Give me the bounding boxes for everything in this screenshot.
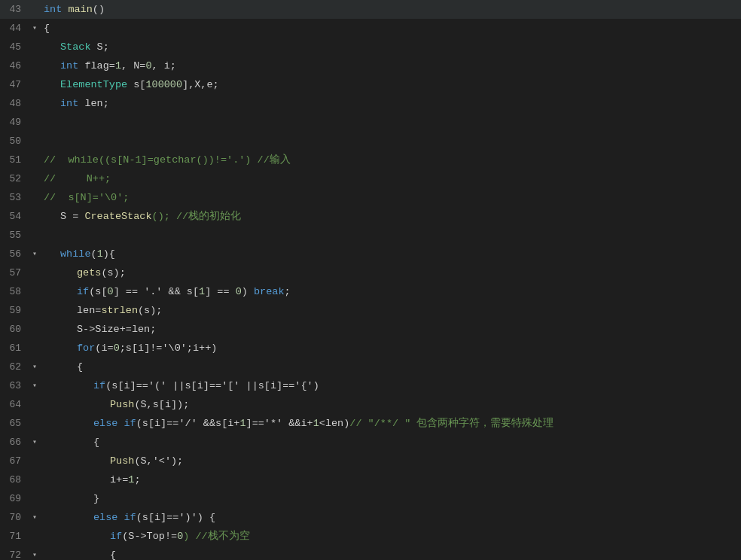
token-num: 0: [108, 286, 114, 297]
token-num: 1: [239, 418, 245, 429]
token-plain: (i=: [95, 342, 113, 354]
token-fn: gets: [77, 267, 101, 278]
line-number: 52: [0, 169, 29, 188]
code-line: 66▾{: [0, 433, 741, 452]
token-num: 1: [313, 418, 319, 429]
fold-arrow: [29, 226, 41, 245]
line-number: 58: [0, 282, 29, 301]
fold-arrow: [29, 489, 41, 508]
fold-arrow: [29, 151, 41, 169]
code-line: 69 }: [0, 489, 741, 508]
token-plain: {: [110, 549, 116, 560]
code-line: 64 Push(S,s[i]);: [0, 395, 741, 414]
token-plain: S =: [60, 211, 84, 222]
fold-arrow: [29, 113, 41, 132]
line-number: 46: [0, 56, 29, 75]
token-plain: ){: [103, 248, 115, 260]
token-plain: (s[: [89, 286, 107, 297]
code-content: while(1){: [41, 245, 741, 263]
code-line: 68 i+=1;: [0, 470, 741, 489]
fold-arrow[interactable]: ▾: [29, 19, 41, 38]
token-kw: for: [77, 342, 95, 354]
line-number: 59: [0, 301, 29, 320]
fold-arrow: [29, 282, 41, 301]
token-plain: ;: [285, 286, 291, 297]
token-cmt: // s[N]='\0';: [44, 192, 129, 203]
code-line: 70▾else if(s[i]==')') {: [0, 508, 741, 527]
token-plain: (S,'<');: [134, 455, 183, 467]
token-plain: (S,s[i]);: [134, 399, 189, 410]
fold-arrow: [29, 414, 41, 433]
fold-arrow[interactable]: ▾: [29, 433, 41, 452]
code-content: {: [41, 433, 741, 452]
line-number: 57: [0, 263, 29, 282]
line-number: 62: [0, 358, 29, 376]
token-num: 0: [236, 286, 242, 297]
code-line: 45 Stack S;: [0, 38, 741, 56]
token-fn: Push: [110, 399, 134, 410]
token-kw: break: [254, 286, 285, 297]
fold-arrow: [29, 0, 41, 19]
fold-arrow[interactable]: ▾: [29, 508, 41, 527]
code-content: len=strlen(s);: [41, 301, 741, 320]
token-plain: ] == '.' && s[: [114, 286, 199, 297]
fold-arrow: [29, 320, 41, 339]
code-line: 67 Push(S,'<');: [0, 452, 741, 470]
token-plain: ] ==: [205, 286, 236, 297]
token-kw: else: [93, 418, 124, 429]
fold-arrow[interactable]: ▾: [29, 376, 41, 395]
code-line: 49: [0, 113, 741, 132]
line-number: 64: [0, 395, 29, 414]
token-num: 1: [115, 60, 121, 72]
code-content: ElementType s[100000],X,e;: [41, 75, 741, 94]
token-plain: s[: [127, 79, 145, 90]
token-type: ElementType: [60, 79, 127, 90]
token-plain: {: [77, 361, 83, 373]
fold-arrow: [29, 452, 41, 470]
token-plain: len=: [77, 305, 101, 316]
code-line: 57 gets(s);: [0, 263, 741, 282]
code-content: {: [41, 546, 741, 560]
token-plain: ): [242, 286, 254, 297]
line-number: 67: [0, 452, 29, 470]
line-number: 51: [0, 151, 29, 169]
code-content: if(s[i]=='(' ||s[i]=='[' ||s[i]=='{'): [41, 376, 741, 395]
token-plain: (S->Top!=: [122, 531, 177, 542]
code-line: 46 int flag=1, N=0, i;: [0, 56, 741, 75]
line-number: 55: [0, 226, 29, 245]
code-content: // while((s[N-1]=getchar())!='.') //输入: [41, 151, 741, 169]
token-plain: flag=: [78, 60, 115, 72]
code-line: 54 S = CreateStack(); //栈的初始化: [0, 207, 741, 226]
fold-arrow: [29, 56, 41, 75]
code-line: 50: [0, 132, 741, 151]
token-plain: (): [93, 4, 105, 15]
code-content: if(s[0] == '.' && s[1] == 0) break;: [41, 282, 741, 301]
fold-arrow: [29, 263, 41, 282]
code-line: 56▾while(1){: [0, 245, 741, 263]
fold-arrow: [29, 301, 41, 320]
code-line: 48 int len;: [0, 94, 741, 113]
token-plain: , N=: [121, 60, 145, 72]
fold-arrow[interactable]: ▾: [29, 546, 41, 560]
code-line: 62▾{: [0, 358, 741, 376]
fold-arrow[interactable]: ▾: [29, 358, 41, 376]
code-line: 65 else if(s[i]=='/' &&s[i+1]=='*' &&i+1…: [0, 414, 741, 433]
fold-arrow: [29, 132, 41, 151]
code-line: 44▾{: [0, 19, 741, 38]
token-plain: S;: [91, 41, 109, 53]
line-number: 61: [0, 339, 29, 358]
line-number: 70: [0, 508, 29, 527]
fold-arrow: [29, 188, 41, 207]
token-num: 100000: [145, 79, 182, 90]
token-plain: , i;: [152, 60, 176, 72]
line-number: 63: [0, 376, 29, 395]
line-number: 71: [0, 527, 29, 546]
code-content: Push(S,s[i]);: [41, 395, 741, 414]
token-num: 1: [199, 286, 205, 297]
fold-arrow: [29, 527, 41, 546]
fold-arrow: [29, 38, 41, 56]
line-number: 50: [0, 132, 29, 151]
token-kw: if: [124, 418, 136, 429]
token-num: 1: [97, 248, 103, 260]
fold-arrow[interactable]: ▾: [29, 245, 41, 263]
